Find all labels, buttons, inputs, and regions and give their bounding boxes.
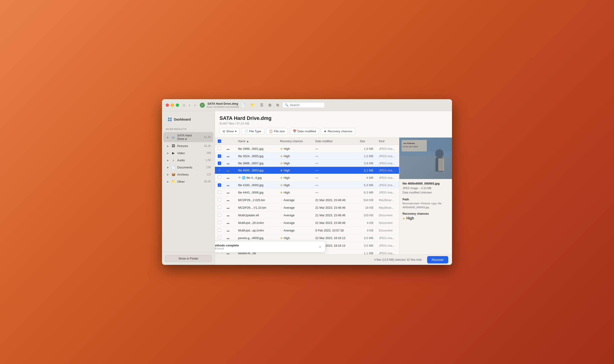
back-button[interactable]: ‹: [188, 102, 192, 108]
row-checkbox-cell[interactable]: [215, 196, 224, 204]
show-filter-button[interactable]: ⊟ Show ▾: [220, 128, 240, 135]
toast-close-button[interactable]: ×: [319, 245, 322, 249]
table-row[interactable]: ✓▬file 4000...0003.jpg★ High—3,1 MBJPEG …: [215, 167, 399, 174]
sidebar-item-pictures[interactable]: ▶ 🖼 Pictures 18,1K: [163, 143, 213, 149]
table-row[interactable]: ✓▬file 4160...0000.jpg★ High—5,4 MBJPEG …: [215, 182, 399, 189]
view-grid-button[interactable]: ⊞: [267, 102, 273, 108]
forward-button[interactable]: ›: [193, 102, 197, 108]
row-checkbox[interactable]: ✓: [218, 169, 221, 172]
row-checkbox[interactable]: ✓: [218, 183, 221, 187]
row-kind-cell: JPEG ima...: [376, 145, 399, 153]
show-in-finder-button[interactable]: Show in Finder: [165, 255, 212, 262]
row-checkbox[interactable]: [218, 213, 221, 217]
preview-image: NO PARKING RS WILL BE TOWED: [399, 138, 452, 179]
recovery-chances-label: Recovery chances: [328, 130, 352, 133]
preview-date-label: Date modified: [403, 191, 419, 194]
search-input[interactable]: [290, 103, 322, 107]
recovery-chances-button[interactable]: ★ Recovery chances: [321, 128, 355, 135]
home-button[interactable]: ⌂: [183, 103, 185, 107]
row-checkbox[interactable]: [218, 176, 221, 179]
preview-panel: NO PARKING RS WILL BE TOWED file 4000x60…: [399, 138, 452, 254]
recover-button[interactable]: Recover: [427, 256, 448, 263]
row-checkbox[interactable]: [218, 147, 221, 150]
row-checkbox-cell[interactable]: ✓: [215, 153, 224, 160]
table-row[interactable]: ▬file 2999...0001.jpg★ High—1,9 MBJPEG i…: [215, 145, 399, 153]
recovery-star: ☆: [280, 229, 283, 232]
row-checkbox[interactable]: ✓: [218, 162, 221, 165]
row-date-cell: —: [313, 189, 357, 196]
sidebar-item-audio[interactable]: ▶ ♪ Audio 1,5K: [163, 157, 213, 164]
select-all-checkbox[interactable]: −: [218, 139, 221, 143]
dashboard-button[interactable]: Dashboard: [166, 116, 211, 123]
row-checkbox[interactable]: [218, 206, 221, 209]
file-size-button[interactable]: 📋 File size: [266, 128, 288, 135]
row-checkbox[interactable]: [218, 236, 221, 239]
view-folder-button[interactable]: 📁: [249, 102, 257, 108]
th-kind[interactable]: Kind: [376, 138, 399, 145]
row-checkbox-cell[interactable]: [215, 145, 224, 153]
row-recovery-cell: ★ High: [277, 189, 313, 196]
preview-size: 3.10 MB: [421, 187, 431, 190]
preview-eye-icon[interactable]: 👁: [238, 176, 241, 179]
row-checkbox[interactable]: [218, 198, 221, 201]
view-split-button[interactable]: ⧉: [275, 102, 281, 108]
table-row[interactable]: ▬MultiUpdater.efi☆ Average21 Mar 2023, 1…: [215, 211, 399, 219]
row-checkbox-cell[interactable]: ✓: [215, 160, 224, 167]
th-date[interactable]: Date modified: [313, 138, 357, 145]
row-kind-cell: JPEG ima...: [376, 182, 399, 189]
sidebar-item-video[interactable]: ▶ ▶ Video 286: [163, 150, 213, 156]
table-row[interactable]: ✓▬file 3024...0005.jpg★ High—1,5 MBJPEG …: [215, 153, 399, 160]
fullscreen-button[interactable]: [176, 104, 179, 107]
file-type-button[interactable]: 📄 File Type: [241, 128, 264, 135]
expand-arrow-pictures: ▶: [167, 145, 169, 147]
row-name-cell: MultiUpd...ap.im4m: [235, 227, 277, 234]
row-checkbox-cell[interactable]: ✓: [215, 167, 224, 174]
sidebar-item-other[interactable]: ▶ 📁 Other 28,5K: [163, 178, 213, 185]
table-container[interactable]: − Name ▲ Recovery chances Date modified …: [215, 138, 399, 254]
row-kind-cell: JPEG ima...: [376, 160, 399, 167]
row-checkbox-cell[interactable]: [215, 227, 224, 234]
row-checkbox[interactable]: ✓: [218, 154, 221, 158]
th-size[interactable]: Size: [357, 138, 376, 145]
date-modified-button[interactable]: 📅 Date modified: [290, 128, 319, 135]
sidebar-item-documents[interactable]: ▶ 📄 Documents 13K: [163, 164, 213, 171]
toast-notification: ✓ All recovery methods complete 367 file…: [215, 241, 326, 252]
row-checkbox-cell[interactable]: [215, 189, 224, 196]
minimize-button[interactable]: [171, 104, 174, 107]
view-list-button[interactable]: ☰: [259, 102, 265, 108]
th-recovery[interactable]: Recovery chances: [277, 138, 313, 145]
row-checkbox-cell[interactable]: [215, 211, 224, 219]
view-file-button[interactable]: 📄: [239, 102, 247, 108]
row-checkbox-cell[interactable]: [215, 174, 224, 182]
table-row[interactable]: ▬MultiUpd...26.im4m☆ Average21 Mar 2023,…: [215, 219, 399, 227]
table-row[interactable]: ▬pexels-g...4609.jpg★ High22 Mar 2023, 1…: [215, 234, 399, 242]
sidebar-item-sata[interactable]: ▶ 🖴 SATA Hard Drive.d 61,4K: [163, 132, 213, 142]
scan-status-text: Scan completed successfully: [207, 105, 239, 108]
row-recovery-cell: ★ High: [277, 182, 313, 189]
table-row[interactable]: ▬MCDP29....V1.10.bin☆ Average21 Mar 2023…: [215, 204, 399, 211]
row-checkbox[interactable]: [218, 221, 221, 224]
file-type-icon: ▬: [227, 169, 229, 172]
table-row[interactable]: ✓▬file 3888...0007.jpg★ High—3,9 MBJPEG …: [215, 160, 399, 167]
date-modified-label: Date modified: [298, 130, 316, 133]
table-row[interactable]: ▬file 4443...0006.jpg★ High—6,3 MBJPEG i…: [215, 189, 399, 196]
row-checkbox-cell[interactable]: [215, 219, 224, 227]
date-icon: 📅: [293, 130, 296, 133]
close-button[interactable]: [166, 104, 169, 107]
th-checkbox[interactable]: −: [215, 138, 224, 145]
table-row[interactable]: ▬MultiUpd...ap.im4m☆ Average9 Feb 2023, …: [215, 227, 399, 234]
row-checkbox[interactable]: [218, 228, 221, 232]
row-checkbox[interactable]: [218, 190, 221, 194]
sidebar-item-archives[interactable]: ▶ 📦 Archives 115: [163, 171, 213, 178]
row-kind-cell: MacBinar...: [376, 204, 399, 211]
row-name-cell: MCDP29....V1.10.bin: [235, 204, 277, 211]
row-checkbox-cell[interactable]: ✓: [215, 182, 224, 189]
row-size-cell: 4 KB: [357, 219, 376, 227]
th-name[interactable]: Name ▲: [235, 138, 277, 145]
file-type-icon: ▬: [227, 162, 229, 165]
table-row[interactable]: ▬👁🌐file 4...4.jpg★ High—4 MBJPEG ima...: [215, 174, 399, 182]
row-checkbox-cell[interactable]: [215, 234, 224, 242]
sata-icon: 🖴: [171, 135, 175, 139]
table-row[interactable]: ▬MCDP29...2.025.bin☆ Average21 Mar 2023,…: [215, 196, 399, 204]
row-checkbox-cell[interactable]: [215, 204, 224, 211]
